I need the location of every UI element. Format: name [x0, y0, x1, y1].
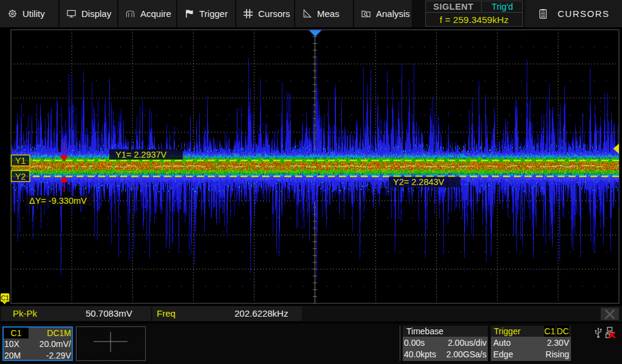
svg-text:ΔY= -9.330mV: ΔY= -9.330mV	[29, 196, 87, 206]
svg-text:Y1: Y1	[15, 156, 26, 166]
svg-text:Y2: Y2	[15, 172, 26, 181]
svg-text:Y1= 2.2937V: Y1= 2.2937V	[115, 150, 167, 160]
svg-text:C1: C1	[1, 294, 9, 302]
svg-text:Y2= 2.2843V: Y2= 2.2843V	[393, 177, 445, 187]
